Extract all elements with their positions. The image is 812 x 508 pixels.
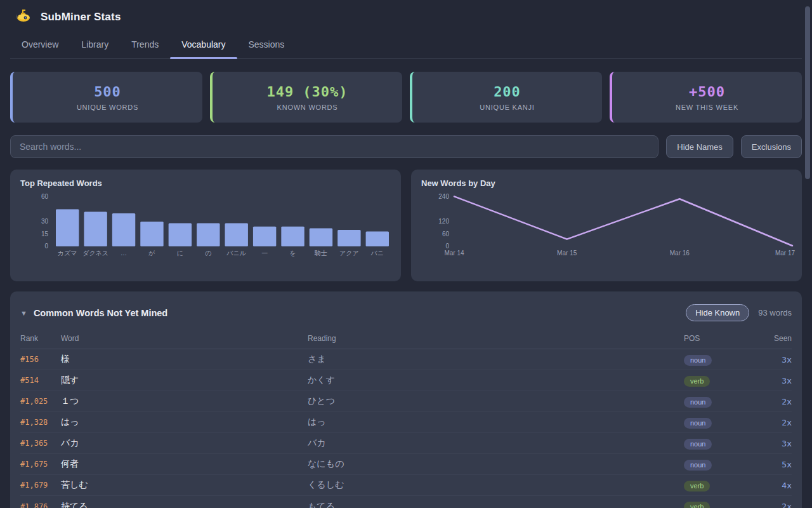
table-row[interactable]: #1,675 何者 なにもの noun 5x bbox=[20, 454, 792, 475]
stat-card-unique-kanji: 200 UNIQUE KANJI bbox=[410, 72, 602, 123]
svg-text:Mar 14: Mar 14 bbox=[444, 250, 464, 257]
word-rank: #1,876 bbox=[20, 502, 61, 508]
table-row[interactable]: #1,679 苦しむ くるしむ verb 4x bbox=[20, 475, 792, 496]
col-header-rank: Rank bbox=[20, 334, 61, 343]
page-title: SubMiner Stats bbox=[41, 11, 121, 23]
svg-text:ダクネス: ダクネス bbox=[82, 250, 108, 257]
hide-known-button[interactable]: Hide Known bbox=[686, 304, 749, 321]
tab-overview[interactable]: Overview bbox=[10, 32, 70, 58]
pos-badge: noun bbox=[684, 418, 712, 429]
word-text: 苦しむ bbox=[61, 479, 308, 491]
pos-cell: noun bbox=[684, 458, 754, 471]
table-row[interactable]: #156 様 さま noun 3x bbox=[20, 349, 792, 370]
pos-badge: noun bbox=[684, 460, 712, 471]
svg-text:Mar 16: Mar 16 bbox=[670, 250, 690, 257]
word-reading: バカ bbox=[308, 438, 684, 449]
svg-text:カズマ: カズマ bbox=[58, 250, 77, 257]
word-text: 様 bbox=[61, 354, 308, 365]
stat-value: +500 bbox=[689, 84, 725, 100]
controls-row: Hide Names Exclusions bbox=[10, 135, 802, 158]
col-header-reading: Reading bbox=[308, 334, 684, 343]
scrollbar-thumb[interactable] bbox=[805, 6, 810, 179]
svg-text:バニ: バニ bbox=[370, 250, 384, 257]
common-words-section: ▼ Common Words Not Yet Mined Hide Known … bbox=[10, 291, 802, 508]
word-text: はっ bbox=[61, 417, 308, 428]
stat-value: 500 bbox=[94, 84, 121, 100]
tab-vocabulary[interactable]: Vocabulary bbox=[170, 32, 237, 58]
tab-library[interactable]: Library bbox=[70, 32, 120, 58]
svg-text:騎士: 騎士 bbox=[314, 250, 327, 257]
word-reading: なにもの bbox=[308, 458, 684, 470]
table-row[interactable]: #1,328 はっ はっ noun 2x bbox=[20, 412, 792, 433]
word-rank: #1,365 bbox=[20, 439, 61, 448]
stat-value: 149 (30%) bbox=[266, 84, 348, 100]
chart-title: New Words by Day bbox=[421, 178, 792, 188]
table-column-headers: Rank Word Reading POS Seen bbox=[20, 330, 792, 349]
word-text: 持てる bbox=[61, 501, 308, 508]
tab-trends[interactable]: Trends bbox=[120, 32, 170, 58]
svg-text:60: 60 bbox=[41, 193, 49, 200]
pos-cell: verb bbox=[684, 479, 754, 491]
word-rank: #1,679 bbox=[20, 481, 61, 490]
seen-count: 2x bbox=[754, 502, 792, 508]
scrollbar bbox=[803, 0, 812, 508]
search-input[interactable] bbox=[10, 135, 658, 158]
svg-text:Mar 17: Mar 17 bbox=[775, 250, 796, 257]
word-reading: くるしむ bbox=[308, 479, 684, 491]
seen-count: 3x bbox=[754, 376, 792, 385]
line-chart-card: New Words by Day 060120240Mar 14Mar 15Ma… bbox=[411, 170, 802, 281]
word-reading: ひとつ bbox=[308, 396, 684, 407]
stat-label: KNOWN WORDS bbox=[277, 104, 338, 111]
hide-names-button[interactable]: Hide Names bbox=[666, 135, 733, 158]
app-header: SubMiner Stats bbox=[0, 0, 812, 28]
col-header-pos: POS bbox=[684, 334, 754, 343]
pos-cell: noun bbox=[684, 417, 754, 429]
svg-text:60: 60 bbox=[442, 231, 450, 237]
word-rank: #1,328 bbox=[20, 418, 61, 427]
word-text: １つ bbox=[61, 396, 308, 407]
tab-sessions[interactable]: Sessions bbox=[237, 32, 296, 58]
word-reading: かくす bbox=[308, 375, 684, 386]
word-rank: #156 bbox=[20, 355, 61, 364]
word-text: 何者 bbox=[61, 458, 308, 470]
word-rank: #514 bbox=[20, 376, 61, 385]
svg-text:に: に bbox=[177, 250, 183, 257]
pos-badge: noun bbox=[684, 397, 712, 408]
svg-text:0: 0 bbox=[44, 243, 48, 250]
word-rank: #1,675 bbox=[20, 460, 61, 469]
svg-text:…: … bbox=[121, 250, 127, 257]
stat-card-unique-words: 500 UNIQUE WORDS bbox=[10, 72, 202, 123]
pos-badge: verb bbox=[684, 481, 710, 491]
table-body: #156 様 さま noun 3x #514 隠す かくす verb 3x #1… bbox=[20, 349, 792, 508]
pos-cell: noun bbox=[684, 396, 754, 408]
word-rank: #1,025 bbox=[20, 397, 61, 406]
chart-title: Top Repeated Words bbox=[20, 178, 391, 188]
stat-card-known-words: 149 (30%) KNOWN WORDS bbox=[210, 72, 402, 123]
stat-label: UNIQUE KANJI bbox=[480, 104, 534, 111]
svg-text:アクア: アクア bbox=[339, 250, 359, 257]
pos-badge: noun bbox=[684, 439, 712, 450]
word-text: 隠す bbox=[61, 375, 308, 386]
collapse-toggle-icon[interactable]: ▼ bbox=[20, 309, 27, 317]
table-row[interactable]: #1,365 バカ バカ noun 3x bbox=[20, 433, 792, 454]
table-row[interactable]: #1,876 持てる もてる verb 2x bbox=[20, 496, 792, 508]
bar-chart-card: Top Repeated Words 0153060カズマダクネス…がにのバニル… bbox=[10, 170, 401, 281]
table-row[interactable]: #514 隠す かくす verb 3x bbox=[20, 370, 792, 391]
exclusions-button[interactable]: Exclusions bbox=[741, 135, 802, 158]
table-section-header: ▼ Common Words Not Yet Mined Hide Known … bbox=[20, 300, 792, 330]
svg-text:240: 240 bbox=[438, 193, 449, 200]
seen-count: 3x bbox=[754, 355, 792, 364]
word-reading: はっ bbox=[308, 417, 684, 428]
stat-card-new-this-week: +500 NEW THIS WEEK bbox=[610, 72, 802, 123]
charts-row: Top Repeated Words 0153060カズマダクネス…がにのバニル… bbox=[10, 170, 802, 281]
svg-text:15: 15 bbox=[41, 231, 49, 237]
word-reading: もてる bbox=[308, 501, 684, 508]
table-row[interactable]: #1,025 １つ ひとつ noun 2x bbox=[20, 391, 792, 412]
seen-count: 5x bbox=[754, 460, 792, 469]
bar-chart: 0153060カズマダクネス…がにのバニル一を騎士アクアバニ bbox=[20, 190, 388, 265]
stat-value: 200 bbox=[494, 84, 521, 100]
line-chart: 060120240Mar 14Mar 15Mar 16Mar 17 bbox=[421, 190, 789, 265]
svg-text:一: 一 bbox=[261, 250, 268, 257]
word-text: バカ bbox=[61, 438, 308, 449]
seen-count: 2x bbox=[754, 418, 792, 427]
